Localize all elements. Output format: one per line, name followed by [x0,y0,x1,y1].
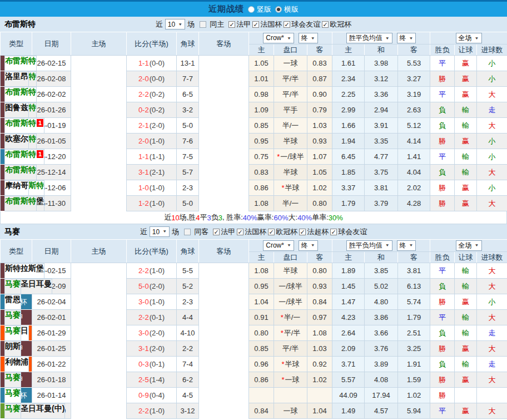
full-match-select[interactable]: 全场▼ [456,33,482,43]
away-team-cell: 马赛 [4,325,21,341]
corner-cell: 7-5 [177,149,199,165]
checkbox-checked-icon[interactable]: ✓ [213,229,220,235]
col-avg-away: 客 [398,45,430,56]
wdl-average-select[interactable]: 胜平负均值▼ [346,240,392,251]
handicap-result-cell: 赢 [455,294,477,310]
summary-segment: 40% [243,214,257,222]
handicap-text: 一球 [284,407,298,415]
full-score: 1-2 [138,199,149,207]
match-date: 26-01-25 [32,341,71,357]
table-row: 法国杯26-01-14贝叶0-9(0-4)4-5马赛44.0917.941.02… [1,388,507,403]
handicap-cell: 一球 [274,56,307,71]
summary-segment: 10 [171,214,179,222]
bookmaker-select[interactable]: Crow*▼ [263,240,294,251]
wdl-result-cell: 平 [430,56,455,71]
col-score: 比分(半场) [127,240,177,263]
avg-away-cell: 5.94 [398,403,430,419]
checkbox-checked-icon[interactable]: ✓ [268,229,275,235]
match-count-select[interactable]: 10 ▼ [165,19,185,29]
radio-vertical-layout[interactable]: 竖版 [248,4,271,14]
away-team-cell: 斯特拉斯堡 [4,263,44,279]
radio-horizontal-layout[interactable]: 横版 [275,4,299,14]
avg-home-cell: 1.94 [332,134,365,149]
checkbox-unchecked-icon[interactable] [200,21,206,28]
checkbox-checked-icon[interactable]: ✓ [330,229,337,235]
corner-cell: 3-2 [177,102,199,118]
wdl-result-cell: 負 [430,325,455,341]
team-title: 马赛 [4,227,20,237]
score-cell: 2-0(1-0) [127,134,177,149]
corner-cell: 5-7 [177,165,199,180]
wdl-average-select[interactable]: 胜平负均值▼ [346,33,392,43]
avg-away-cell: 2.51 [398,325,430,341]
team-name: 马赛 [5,279,21,288]
handicap-cell: 半/一 [274,118,307,134]
half-score: (0-1) [150,313,165,322]
handicap-result-cell: 赢 [455,196,477,211]
bookmaker-select[interactable]: Crow*▼ [263,33,294,43]
wdl-result-cell: 平 [430,310,455,325]
final-odds-select[interactable]: 终▼ [299,240,318,251]
checkbox-checked-icon[interactable]: ✓ [284,21,290,28]
col-away: 客场 [199,240,249,263]
avg-draw-cell: 3.36 [365,87,398,102]
score-cell: 3-1(2-0) [127,341,177,357]
handicap-cell: 半/一 [274,196,307,211]
checkbox-checked-icon[interactable]: ✓ [237,229,243,235]
team-name: 图鲁兹 [5,103,28,112]
games-label: 场 [172,227,179,237]
match-count-select[interactable]: 10 ▼ [150,226,170,237]
wdl-result-cell: 平 [430,263,455,279]
table-row: 法国杯25-12-20艾夫兰治斯1-1(1-1)7-5布雷斯特10.75*一/球… [1,149,507,165]
avg-draw-cell: 3.79 [365,196,398,211]
avg-home-cell: 1.49 [332,403,365,419]
summary-segment: 单率: [312,213,329,223]
handicap-text: 一球 [285,375,300,384]
team-name: 斯特拉斯堡 [5,264,44,273]
wdl-result-cell: 負 [430,165,455,180]
odds-controls: Crow*▼终▼ [249,32,332,45]
checkbox-checked-icon[interactable]: ✓ [228,21,235,28]
red-card-badge: 1 [37,150,43,158]
full-match-select[interactable]: 全场▼ [456,240,482,251]
half-score: (0-1) [150,360,165,368]
checkbox-checked-icon[interactable]: ✓ [299,229,306,235]
final-odds-select[interactable]: 终▼ [397,33,416,43]
match-date: 26-02-01 [32,310,71,325]
topbar: 近期战绩 竖版 横版 [0,0,507,17]
avg-home-cell: 1.89 [332,263,365,279]
avg-away-cell: 2.02 [398,180,430,196]
handicap-cell [274,388,307,403]
goals-result-cell: 大 [477,196,507,211]
checkbox-checked-icon[interactable]: ✓ [252,21,259,28]
team-name: 马赛 [5,373,21,382]
score-cell: 2-5(1-4) [127,372,177,388]
match-date: 26-01-18 [32,372,71,388]
avg-away-cell: 5.74 [398,294,430,310]
away-team-cell: 利物浦 [4,357,29,372]
away-odds-cell [307,388,332,403]
away-team-cell: 马赛 [4,372,21,388]
match-date: 26-02-08 [32,71,71,87]
checkbox-checked-icon[interactable]: ✓ [322,21,329,28]
away-odds-cell: 1.02 [307,180,332,196]
match-date: 26-01-14 [32,388,71,403]
radio-horizontal-label: 横版 [284,4,299,14]
away-team-cell: 马赛 [4,403,21,419]
home-odds-cell: 0.80 [249,325,274,341]
home-odds-cell: 0.91 [249,310,274,325]
filter-controls: 近 10 ▼ 场 同客✓法甲✓法国杯✓欧冠杯✓法超杯✓球会友谊 [140,226,367,237]
matches-table: 类型 日期 主场 比分(半场) 角球 客场 Crow*▼终▼ 胜平负均值▼终▼ … [0,239,507,419]
team-name: 马赛 [5,388,21,397]
table-row: 法甲26-01-26布雷斯特0-2(0-2)3-2图鲁兹1.09平手0.792.… [1,102,507,118]
checkbox-unchecked-icon[interactable] [184,229,191,235]
radio-selected-icon[interactable] [275,6,282,13]
col-handicap-result: 让球 [455,45,477,56]
final-odds-select[interactable]: 终▼ [397,240,416,251]
col-home: 主场 [71,240,127,263]
final-odds-select[interactable]: 终▼ [299,33,318,43]
radio-unselected-icon[interactable] [248,6,255,13]
goals-result-cell: 小 [477,149,507,165]
col-score: 比分(半场) [127,32,177,56]
handicap-result-cell: 赢 [455,134,477,149]
